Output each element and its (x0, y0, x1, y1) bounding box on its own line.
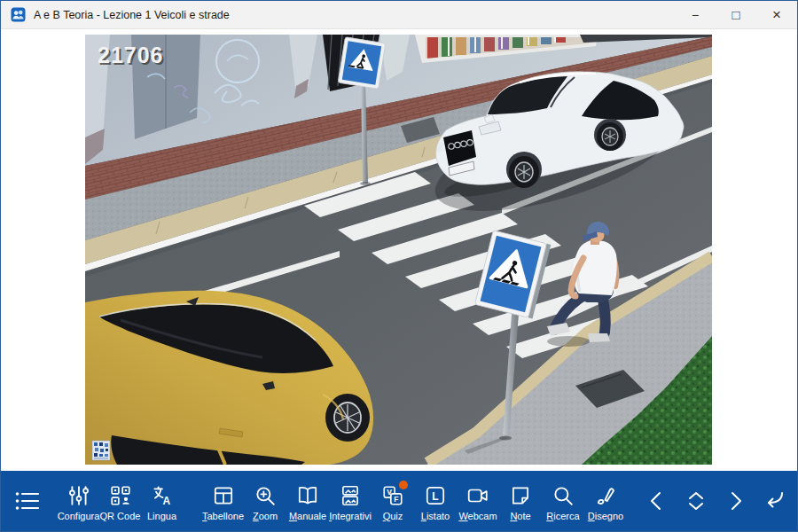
svg-text:21706: 21706 (98, 43, 164, 67)
zoom-in-icon (254, 484, 277, 507)
window-title: A e B Teoria - Lezione 1 Veicoli e strad… (34, 9, 230, 21)
chevrons-up-down-icon (684, 489, 708, 513)
chevron-left-icon (645, 489, 669, 513)
toolbar-label-lingua: Lingua (147, 511, 176, 521)
app-window: A e B Teoria - Lezione 1 Veicoli e strad… (0, 0, 798, 532)
toolbar-label-configura: Configura (58, 511, 100, 521)
toolbar-item-tabellone[interactable]: Tabellone (202, 481, 244, 521)
toolbar-label-webcam: Webcam (458, 511, 497, 521)
toolbar-item-note[interactable]: Note (499, 481, 542, 521)
webcam-icon (466, 484, 489, 507)
search-icon (552, 484, 575, 507)
toolbar-label-quiz: Quiz (383, 511, 403, 521)
return-button[interactable] (755, 489, 794, 513)
title-bar: A e B Teoria - Lezione 1 Veicoli e strad… (1, 1, 797, 29)
svg-text:L: L (432, 489, 438, 502)
toolbar-label-tabellone: Tabellone (202, 511, 244, 521)
lesson-image: 21706 21706 (85, 35, 712, 465)
toolbar-label-manuale: Manuale (289, 511, 326, 521)
pen-icon (594, 484, 617, 507)
maximize-button[interactable]: □ (716, 1, 756, 28)
toolbar-item-ricerca[interactable]: Ricerca (542, 481, 584, 521)
svg-text:F: F (394, 495, 398, 504)
toolbar-item-configura[interactable]: Configura (58, 481, 99, 521)
menu-list-icon (14, 489, 41, 513)
menu-list-button[interactable] (12, 489, 43, 513)
next-image-button[interactable] (716, 489, 755, 513)
grid-board-icon (212, 484, 235, 507)
toolbar-item-webcam[interactable]: Webcam (457, 481, 499, 521)
toolbar-item-zoom[interactable]: Zoom (244, 481, 286, 521)
watermark-logo (92, 441, 110, 460)
toolbar-label-zoom: Zoom (253, 511, 278, 521)
chevron-right-icon (723, 489, 747, 513)
scene-image: 21706 21706 (85, 35, 712, 465)
toolbar-label-listato: Listato (421, 511, 450, 521)
toolbar-label-qr-code: QR Code (100, 511, 141, 521)
bottom-toolbar: Configura QR Code (1, 471, 797, 531)
scroll-images-button[interactable] (677, 489, 716, 513)
svg-text:A: A (162, 494, 170, 506)
app-icon (11, 7, 26, 22)
toolbar-label-integrativi: Integrativi (329, 511, 372, 521)
image-number: 21706 21706 (98, 43, 166, 69)
toolbar-item-quiz[interactable]: V F Quiz (372, 481, 414, 521)
toolbar-item-listato[interactable]: L Listato (414, 481, 457, 521)
return-arrow-icon (761, 489, 787, 513)
toolbar-item-disegno[interactable]: Disegno (584, 481, 627, 521)
open-book-icon (296, 484, 319, 507)
toolbar-label-note: Note (510, 511, 530, 521)
toolbar-label-disegno: Disegno (588, 511, 623, 521)
sliders-icon (67, 484, 90, 507)
note-icon (509, 484, 532, 507)
toolbar-label-ricerca: Ricerca (546, 511, 579, 521)
list-square-icon: L (424, 484, 447, 507)
prev-image-button[interactable] (638, 489, 677, 513)
translate-icon: A (151, 484, 174, 507)
qr-code-icon (109, 484, 132, 507)
quiz-notification-dot (399, 481, 408, 489)
minimize-button[interactable]: − (675, 1, 716, 28)
toolbar-item-manuale[interactable]: Manuale (286, 481, 329, 521)
close-button[interactable]: × (756, 1, 797, 28)
toolbar-item-lingua[interactable]: A Lingua (141, 481, 183, 521)
toolbar-item-qr-code[interactable]: QR Code (99, 481, 141, 521)
toolbar-item-integrativi[interactable]: Integrativi (329, 481, 372, 521)
stacked-images-icon (339, 484, 362, 507)
